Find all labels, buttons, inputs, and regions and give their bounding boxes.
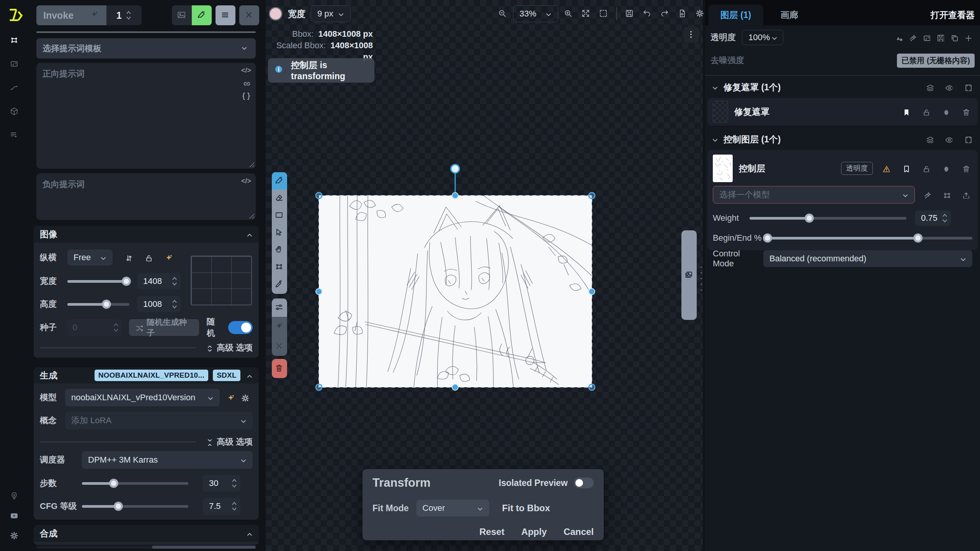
brush-width-select[interactable]: 9 px — [311, 5, 351, 22]
rail-videos-button[interactable] — [0, 507, 31, 527]
brush-tool[interactable] — [272, 172, 287, 189]
textarea-resize-grip[interactable] — [248, 212, 254, 218]
cfg-slider[interactable] — [82, 505, 188, 508]
gallery-mode-button[interactable] — [172, 5, 192, 25]
rail-canvas-tab[interactable] — [0, 30, 31, 54]
rail-settings-button[interactable] — [0, 527, 31, 547]
cancel-transform-button[interactable] — [272, 336, 287, 356]
invoke-button[interactable]: Invoke — [36, 5, 106, 25]
process-layer-button[interactable] — [272, 317, 287, 336]
new-session-button[interactable] — [675, 7, 690, 21]
rotate-handle[interactable] — [451, 165, 459, 173]
inpaint-visibility-icon[interactable] — [942, 80, 956, 94]
zoom-out-button[interactable] — [495, 7, 510, 21]
control-mode-select[interactable]: Balanced (recommended) — [763, 250, 972, 267]
control-panel-icon[interactable] — [961, 132, 975, 146]
control-group-header[interactable]: 控制图层 (1个) — [710, 132, 975, 146]
random-seed-button[interactable]: 随机生成种子 — [129, 319, 199, 336]
panel-close-button[interactable] — [239, 5, 259, 25]
inpaint-delete-icon[interactable] — [959, 105, 972, 119]
inpaint-mask-fill-icon[interactable] — [939, 105, 952, 119]
inpaint-pin-icon[interactable] — [899, 105, 913, 119]
generation-advanced-options[interactable]: 高级 选项 — [40, 436, 253, 448]
panel-resize-dots[interactable] — [701, 266, 702, 291]
transform-cancel-button[interactable]: Cancel — [564, 527, 594, 537]
control-fit-bbox-icon[interactable] — [939, 188, 953, 202]
add-layer-icon[interactable] — [961, 31, 975, 44]
control-mask-fill-icon[interactable] — [939, 161, 952, 175]
control-filter-icon[interactable] — [920, 188, 934, 202]
prompt-code-button[interactable]: </> — [241, 67, 251, 75]
zoom-level-select[interactable]: 33% — [513, 5, 558, 22]
control-begin-end-slider[interactable] — [763, 237, 972, 240]
lora-select[interactable]: 添加 LoRA — [65, 412, 253, 429]
model-sparkle-button[interactable] — [223, 390, 237, 405]
cfg-input[interactable]: 7.5 — [203, 498, 240, 515]
control-layer-card[interactable]: 控制层 透明度 选择一个模型 Weight — [707, 150, 978, 250]
isolated-preview-toggle[interactable] — [574, 478, 594, 488]
aspect-lock-button[interactable] — [141, 250, 155, 265]
height-input[interactable]: 1008 — [137, 296, 181, 312]
rail-workflows-tab[interactable] — [0, 77, 31, 101]
merge-visible-icon[interactable] — [892, 31, 906, 44]
bbox-tool[interactable] — [272, 258, 287, 276]
rect-tool[interactable] — [272, 207, 287, 224]
save-canvas-button[interactable] — [622, 7, 637, 21]
queue-count-arrows[interactable] — [126, 10, 132, 20]
control-merge-icon[interactable] — [923, 132, 936, 146]
rail-queue-tab[interactable] — [0, 125, 31, 148]
control-pin-icon[interactable] — [899, 161, 913, 175]
random-seed-toggle[interactable] — [228, 321, 253, 334]
inpaint-panel-icon[interactable] — [961, 80, 975, 94]
steps-slider[interactable] — [82, 482, 188, 485]
control-model-select[interactable]: 选择一个模型 — [713, 186, 915, 204]
prompt-template-select[interactable]: 选择提示词模板 — [36, 38, 256, 59]
composition-section-header[interactable]: 合成 — [34, 525, 259, 542]
image-section-header[interactable]: 图像 — [34, 226, 259, 243]
seed-input[interactable]: 0 — [67, 319, 122, 336]
color-picker-tool[interactable] — [272, 276, 287, 293]
control-visibility-icon[interactable] — [942, 132, 956, 146]
panel-scrollbar-top[interactable] — [36, 31, 256, 33]
generation-section-header[interactable]: 生成 NOOBAIXLNAIXL_VPRED10... SDXL — [34, 367, 259, 383]
canvas-mode-button[interactable] — [192, 5, 212, 25]
gallery-drawer-handle[interactable] — [681, 230, 697, 320]
eraser-tool[interactable] — [272, 189, 287, 207]
transform-apply-button[interactable]: Apply — [521, 527, 547, 537]
control-layer-artwork[interactable] — [319, 196, 592, 387]
save-layer-icon[interactable] — [933, 31, 947, 44]
model-settings-button[interactable] — [237, 390, 252, 405]
neg-prompt-code-button[interactable]: </> — [241, 177, 251, 185]
inpaint-layer-row[interactable]: 修复遮罩 — [707, 98, 978, 126]
transform-reset-button[interactable]: Reset — [479, 527, 504, 537]
width-slider[interactable] — [67, 280, 129, 283]
steps-input[interactable]: 30 — [203, 475, 240, 492]
inpaint-lock-icon[interactable] — [919, 105, 933, 119]
global-opacity-select[interactable]: 100% — [742, 30, 783, 45]
canvas-area[interactable]: 宽度 9 px 33% Bbox:1408×1008 px — [266, 0, 703, 551]
fit-mode-select[interactable]: Cover — [416, 500, 489, 517]
control-export-icon[interactable] — [959, 188, 972, 202]
open-viewer-button[interactable]: 打开查看器 — [931, 5, 975, 25]
control-weight-slider[interactable] — [750, 217, 906, 220]
swap-dimensions-button[interactable] — [121, 250, 136, 265]
aspect-select[interactable]: Free — [67, 249, 113, 266]
tab-gallery[interactable]: 画廊 — [766, 5, 812, 25]
prompt-link-icon[interactable] — [242, 79, 250, 87]
brush-color-swatch[interactable] — [269, 7, 283, 21]
control-lock-icon[interactable] — [919, 161, 933, 175]
pan-tool[interactable] — [272, 241, 287, 258]
rail-support-button[interactable] — [0, 487, 31, 507]
delete-layer-button[interactable] — [272, 359, 287, 378]
filter-layer-button[interactable] — [272, 298, 287, 317]
scheduler-select[interactable]: DPM++ 3M Karras — [82, 451, 253, 469]
redo-button[interactable] — [658, 7, 672, 21]
tab-layers[interactable]: 图层 (1) — [708, 5, 763, 25]
model-select[interactable]: noobaiXLNAIXL_vPred10Version — [65, 389, 220, 406]
move-tool[interactable] — [272, 224, 287, 241]
height-slider[interactable] — [67, 303, 129, 306]
filter-icon[interactable] — [906, 31, 920, 44]
positive-prompt-textarea[interactable]: 正向提示词 </> { } — [36, 63, 256, 169]
rail-upscale-tab[interactable] — [0, 54, 31, 77]
panel-menu-button[interactable] — [216, 5, 235, 25]
